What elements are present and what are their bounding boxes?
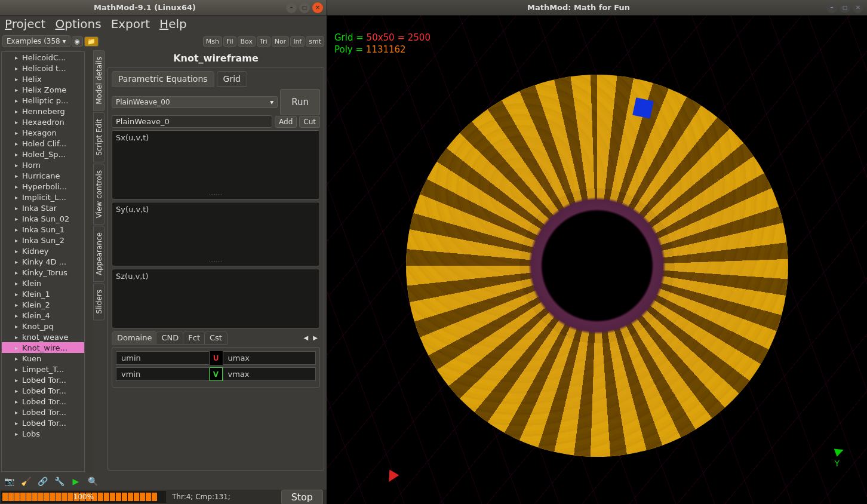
tree-item[interactable]: Hyperboli... [2,181,84,192]
tree-item[interactable]: Implicit_L... [2,192,84,202]
u-badge[interactable]: U [210,351,223,365]
tree-item[interactable]: HelicoidC... [2,52,84,63]
folder-button[interactable]: 📁 [84,36,99,47]
tree-scrollbar[interactable] [86,50,93,473]
left-titlebar[interactable]: MathMod-9.1 (Linux64) – ◻ ✕ [0,0,327,16]
tree-item[interactable]: Klein_2 [2,299,84,310]
tree-item[interactable]: Holed_Sp... [2,149,84,159]
tree-item[interactable]: Inka Sun_2 [2,235,84,245]
domtab-domaine[interactable]: Domaine [112,331,157,345]
tree-item[interactable]: Kinky 4D ... [2,256,84,267]
v-badge[interactable]: V [210,367,223,381]
menu-options[interactable]: Options [55,17,101,31]
tab-grid[interactable]: Grid [217,71,247,87]
tree-item[interactable]: Holed Clif... [2,138,84,149]
tree-item[interactable]: Knot_wire... [2,342,84,353]
tree-item[interactable]: knot_weave [2,331,84,342]
cut-button[interactable]: Cut [299,116,320,128]
camera-icon[interactable]: 📷 [4,476,14,487]
wrench-icon[interactable]: 🔧 [54,476,64,487]
tree-item[interactable]: Helliptic p... [2,95,84,106]
tree-item[interactable]: Inka Sun_02 [2,213,84,224]
display-box-button[interactable]: Box [238,36,256,47]
sz-equation-box[interactable]: Sz(u,v,t) [112,269,320,328]
tree-item[interactable]: Knot_pq [2,321,84,331]
tree-item[interactable]: Limpet_T... [2,364,84,374]
domtab-cnd[interactable]: CND [156,331,184,345]
domtab-scroll-right[interactable]: ▶ [310,334,320,341]
vmax-cell[interactable]: vmax [223,367,316,381]
umax-cell[interactable]: umax [223,351,316,365]
refresh-button[interactable]: ◉ [72,36,84,47]
side-tab-script-edit[interactable]: Script Edit [93,112,105,162]
tree-item[interactable]: Horn [2,159,84,170]
maximize-icon[interactable]: ◻ [840,2,850,13]
axis-cube [632,97,654,119]
menu-export[interactable]: Export [111,17,150,31]
tree-item[interactable]: Klein_1 [2,288,84,299]
minimize-icon[interactable]: – [286,2,297,13]
display-inf-button[interactable]: Inf [290,36,305,47]
run-button[interactable]: Run [280,89,320,115]
tree-item[interactable]: Klein [2,278,84,288]
zoom-icon[interactable]: 🔍 [87,476,98,487]
minimize-icon[interactable]: – [826,2,837,13]
display-msh-button[interactable]: Msh [203,36,222,47]
examples-tree[interactable]: HelicoidC...Helicoid t...HelixHelix Zome… [1,51,85,472]
domtab-cst[interactable]: Cst [204,331,227,345]
tree-item[interactable]: Klein_4 [2,310,84,321]
status-text: Thr:4; Cmp:131; [167,493,278,501]
close-icon[interactable]: ✕ [312,2,323,13]
side-tab-appearance[interactable]: Appearance [93,226,105,282]
tree-item[interactable]: Lobed Tor... [2,385,84,396]
component-name-input[interactable] [112,115,272,128]
domain-grid: umin U umax vmin V vmax [112,347,320,388]
sy-equation-box[interactable]: Sy(u,v,t)······ [112,202,320,266]
tree-item[interactable]: Kinky_Torus [2,267,84,278]
tree-item[interactable]: Helix [2,73,84,84]
domtab-fct[interactable]: Fct [183,331,205,345]
tree-item[interactable]: Lobed Tor... [2,396,84,407]
tree-item[interactable]: Lobed Tor... [2,407,84,417]
tree-item[interactable]: Hexaedron [2,116,84,127]
tree-item[interactable]: Kuen [2,353,84,364]
tree-item[interactable]: Helix Zome [2,84,84,95]
tree-item[interactable]: Inka Star [2,202,84,213]
display-fil-button[interactable]: Fil [223,36,236,47]
add-button[interactable]: Add [275,116,297,128]
tree-item[interactable]: Lobed Tor... [2,417,84,428]
tree-item[interactable]: Hurricane [2,170,84,181]
tree-item[interactable]: Kidney [2,245,84,256]
play-icon[interactable]: ▶ [70,476,81,487]
side-tab-model-details[interactable]: Model details [93,50,105,111]
maximize-icon[interactable]: ◻ [299,2,310,13]
link-icon[interactable]: 🔗 [37,476,48,487]
side-tab-view-controls[interactable]: View controls [93,164,105,225]
stop-button[interactable]: Stop [281,490,323,505]
3d-viewport[interactable]: Y Grid = 50x50 = 2500 Poly = 1131162 [327,16,867,504]
domain-tabs: Domaine CND Fct Cst ◀ ▶ [112,331,320,345]
broom-icon[interactable]: 🧹 [20,476,31,487]
vmin-cell[interactable]: vmin [116,367,210,381]
tree-item[interactable]: Inka Sun_1 [2,224,84,235]
umin-cell[interactable]: umin [116,351,210,365]
side-tab-sliders[interactable]: Sliders [93,283,105,320]
display-smt-button[interactable]: smt [306,36,324,47]
menu-help[interactable]: Help [159,17,187,31]
tree-item[interactable]: Lobs [2,428,84,439]
tree-item[interactable]: Helicoid t... [2,63,84,73]
examples-dropdown[interactable]: Examples (358 ▾ [2,35,70,47]
model-title: Knot_wireframe [107,53,324,64]
domtab-scroll-left[interactable]: ◀ [302,334,311,341]
tree-item[interactable]: Lobed Tor... [2,374,84,385]
right-titlebar[interactable]: MathMod: Math for Fun – ◻ ✕ [327,0,867,16]
tree-item[interactable]: Henneberg [2,106,84,116]
component-dropdown[interactable]: PlainWeave_00▾ [112,96,278,108]
display-tri-button[interactable]: Tri [257,36,270,47]
tab-parametric-equations[interactable]: Parametric Equations [112,71,214,87]
sx-equation-box[interactable]: Sx(u,v,t)······ [112,130,320,199]
tree-item[interactable]: Hexagon [2,127,84,138]
close-icon[interactable]: ✕ [853,2,863,13]
display-nor-button[interactable]: Nor [272,36,289,47]
menu-project[interactable]: Project [5,17,45,31]
